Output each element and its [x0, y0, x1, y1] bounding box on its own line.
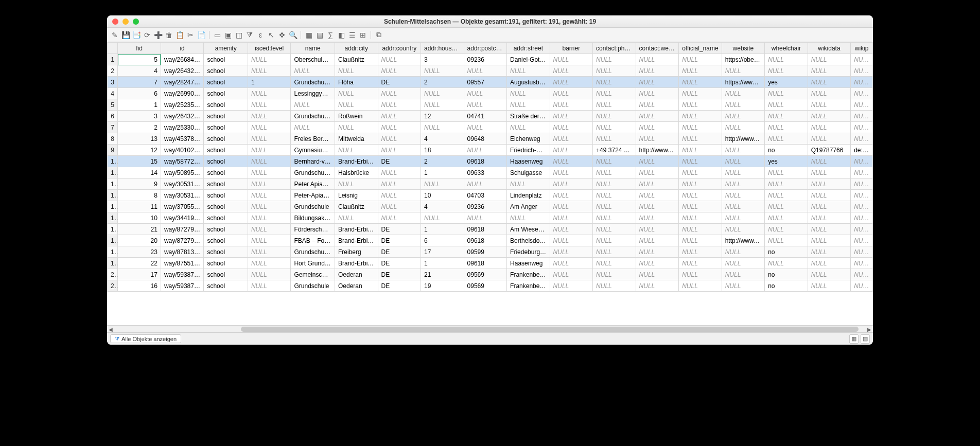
cell[interactable]: DE — [378, 258, 421, 269]
cell[interactable]: NULL — [593, 54, 636, 65]
cell[interactable]: NULL — [550, 54, 593, 65]
cell[interactable]: NULL — [679, 156, 722, 167]
cell[interactable]: NULL — [248, 145, 291, 156]
view-table-icon[interactable]: ▦ — [849, 334, 859, 344]
cell[interactable]: NULL — [722, 269, 765, 280]
cell[interactable]: Oberschule ... — [291, 54, 335, 65]
cell[interactable]: NULL — [679, 65, 722, 77]
zoom-icon[interactable] — [133, 19, 139, 25]
cell[interactable]: NULL — [722, 99, 765, 111]
cell[interactable]: 21 — [118, 224, 161, 235]
cell[interactable]: NULL — [378, 179, 421, 190]
cell[interactable]: NULL — [291, 65, 335, 77]
cell[interactable]: NULL — [593, 99, 636, 111]
cell[interactable]: NULL — [636, 269, 679, 280]
cell[interactable]: NULL — [636, 258, 679, 269]
cell[interactable]: NULL — [335, 179, 378, 190]
cell[interactable]: Grundschule ... — [291, 246, 335, 258]
cell[interactable]: NULL — [291, 99, 335, 111]
cell[interactable]: NULL — [593, 212, 636, 224]
cell[interactable]: NULL — [593, 65, 636, 77]
cell[interactable]: NULL — [464, 179, 507, 190]
cell[interactable]: NULL — [679, 122, 722, 133]
cell[interactable]: NULL — [808, 201, 851, 212]
cell[interactable]: 04703 — [464, 190, 507, 201]
cell[interactable]: Friedrich-Ma... — [507, 145, 550, 156]
cell[interactable]: Brand-Erbisd... — [335, 235, 378, 246]
cell[interactable]: NULL — [722, 156, 765, 167]
cell[interactable]: Grundschule ... — [291, 77, 335, 88]
row-header[interactable]: 12 — [108, 179, 118, 190]
cell[interactable]: NULL — [550, 133, 593, 145]
table-del-icon[interactable]: ▤ — [315, 30, 324, 40]
cell[interactable]: Gemeinschaf... — [291, 269, 335, 280]
cell[interactable]: http://www.fb... — [722, 235, 765, 246]
cell[interactable]: NULL — [679, 77, 722, 88]
cell[interactable]: way/26432613 — [161, 111, 204, 122]
cell[interactable]: NULL — [765, 190, 808, 201]
cell[interactable]: NULL — [722, 65, 765, 77]
cell[interactable]: NULL — [593, 235, 636, 246]
scroll-left-icon[interactable]: ◀ — [107, 326, 114, 333]
cell[interactable]: 16 — [118, 280, 161, 292]
column-header[interactable]: addr:city — [335, 43, 378, 54]
cell[interactable]: NULL — [636, 156, 679, 167]
cell[interactable]: NULL — [851, 133, 873, 145]
cell[interactable]: 09569 — [464, 269, 507, 280]
cell[interactable]: NULL — [248, 246, 291, 258]
cell[interactable]: NULL — [851, 179, 873, 190]
cell[interactable]: NULL — [636, 133, 679, 145]
cell[interactable]: NULL — [378, 212, 421, 224]
cell[interactable]: NULL — [808, 111, 851, 122]
cell[interactable]: 12 — [118, 145, 161, 156]
cell[interactable]: Grundschule ... — [291, 167, 335, 179]
cell[interactable]: NULL — [421, 122, 464, 133]
cell[interactable]: NULL — [679, 111, 722, 122]
cell[interactable]: NULL — [679, 235, 722, 246]
table-row[interactable]: 1015way/58772064schoolNULLBernhard-vo...… — [108, 156, 873, 167]
column-header[interactable]: contact:phone — [593, 43, 636, 54]
cell[interactable]: NULL — [851, 122, 873, 133]
cell[interactable]: 12 — [421, 111, 464, 122]
cell[interactable]: NULL — [679, 179, 722, 190]
cell[interactable]: 8 — [118, 190, 161, 201]
cell[interactable]: NULL — [765, 201, 808, 212]
cell[interactable]: NULL — [765, 167, 808, 179]
row-header[interactable]: 13 — [108, 190, 118, 201]
refresh-icon[interactable]: ⟳ — [143, 30, 152, 40]
cell[interactable]: NULL — [550, 212, 593, 224]
cell[interactable]: http://www.gy... — [636, 145, 679, 156]
cell[interactable]: NULL — [722, 122, 765, 133]
cell[interactable]: NULL — [593, 122, 636, 133]
cell[interactable]: Peter Apian ... — [291, 179, 335, 190]
cell[interactable]: 09236 — [464, 201, 507, 212]
cell[interactable]: Augustusbur... — [507, 77, 550, 88]
cell[interactable]: DE — [378, 246, 421, 258]
add-feature-icon[interactable]: ➕ — [153, 30, 163, 40]
table-new-icon[interactable]: ▦ — [304, 30, 313, 40]
cell[interactable]: school — [204, 54, 248, 65]
cell[interactable]: way/87551762 — [161, 258, 204, 269]
cell[interactable]: 14 — [118, 167, 161, 179]
cell[interactable]: NULL — [722, 201, 765, 212]
header-row[interactable]: fididamenityisced:levelnameaddr:cityaddr… — [108, 43, 873, 54]
cell[interactable]: NULL — [335, 99, 378, 111]
cell[interactable]: NULL — [679, 258, 722, 269]
cell[interactable]: 3 — [118, 111, 161, 122]
cell[interactable]: 09557 — [464, 77, 507, 88]
cell[interactable]: 4 — [118, 65, 161, 77]
cell[interactable]: 22 — [118, 258, 161, 269]
cell[interactable]: school — [204, 190, 248, 201]
cell[interactable]: NULL — [248, 167, 291, 179]
cell[interactable]: NULL — [808, 54, 851, 65]
cell[interactable]: 1 — [118, 99, 161, 111]
cell[interactable]: NULL — [550, 99, 593, 111]
column-header[interactable]: addr:country — [378, 43, 421, 54]
cell[interactable]: NULL — [421, 65, 464, 77]
row-header[interactable]: 2 — [108, 65, 118, 77]
column-header[interactable]: official_name — [679, 43, 722, 54]
cell[interactable]: way/87279517 — [161, 235, 204, 246]
attribute-grid[interactable]: fididamenityisced:levelnameaddr:cityaddr… — [107, 42, 873, 325]
cell[interactable]: https://obers... — [722, 54, 765, 65]
cell[interactable]: Friedeburger ... — [507, 246, 550, 258]
